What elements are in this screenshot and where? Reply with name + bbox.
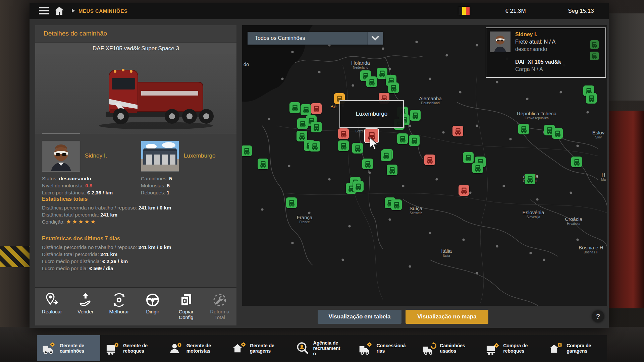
help-button[interactable]: ?: [592, 310, 604, 322]
truck-marker-red[interactable]: [424, 155, 435, 165]
driver-photo[interactable]: [42, 141, 80, 172]
melhorar-button[interactable]: Melhorar: [104, 291, 135, 314]
truck-marker-green[interactable]: [518, 124, 529, 134]
action-label: Vender: [70, 309, 101, 314]
truck-marker-green[interactable]: [571, 157, 582, 167]
map-label: Bé: [330, 104, 336, 109]
nav-driver-manager[interactable]: Gerente de motoristas: [164, 335, 227, 361]
truck-marker-green[interactable]: [366, 76, 377, 87]
truck-marker-green[interactable]: [286, 197, 297, 208]
nav-dealership[interactable]: Concessioná rias: [354, 335, 417, 361]
breadcrumb[interactable]: MEUS CAMINHÕES: [78, 8, 127, 14]
parked-truck-silhouette: [608, 111, 644, 308]
garage-pillar: [0, 0, 30, 362]
action-label: Realocar: [37, 309, 67, 314]
stat-row: Distância percorrida no trabalho / repou…: [42, 244, 230, 251]
map-view-button[interactable]: Visualização no mapa: [406, 310, 488, 324]
truck-marker-green[interactable]: [301, 104, 311, 115]
truck-marker-green[interactable]: [410, 110, 421, 121]
truck-marker-red[interactable]: [311, 103, 322, 114]
truck-manager-icon: [42, 341, 56, 356]
nav-label: Gerente de garagens: [250, 343, 274, 354]
home-icon[interactable]: [55, 6, 64, 15]
garage-photo[interactable]: [141, 141, 179, 172]
garage-name[interactable]: Luxemburgo: [184, 153, 216, 159]
nav-label: Agência de recrutament o: [313, 340, 340, 356]
nav-recruitment-agency[interactable]: Agência de recrutament o: [290, 335, 354, 361]
truck-marker-green[interactable]: [391, 199, 402, 210]
truck-marker-green[interactable]: [362, 159, 373, 169]
truck-marker-green[interactable]: [297, 118, 308, 129]
nav-label: Caminhões usados: [440, 343, 465, 354]
map-label: CroáciaHrvatska: [565, 216, 582, 226]
nav-truck-manager[interactable]: Gerente de caminhões: [37, 335, 100, 361]
nav-trailer-purchase[interactable]: Compra de reboques: [480, 335, 544, 361]
copy-config-icon: [171, 291, 202, 309]
truck-marker-green[interactable]: [388, 82, 399, 93]
truck-marker-red[interactable]: [338, 128, 349, 139]
dealership-icon: [358, 341, 373, 356]
nav-label: Gerente de caminhões: [60, 343, 84, 354]
mouse-cursor: [369, 137, 380, 152]
reforma-total-button[interactable]: Reforma Total: [204, 291, 235, 320]
truck-action-bar: RealocarVenderMelhorarDirigirCopiar Conf…: [35, 287, 236, 325]
map-label: SuíçaSchweiz: [410, 205, 422, 215]
truck-marker-red[interactable]: [459, 185, 469, 196]
table-view-button[interactable]: Visualização em tabela: [318, 310, 401, 324]
nav-trailer-manager[interactable]: Gerente de reboques: [100, 335, 164, 361]
realocar-button[interactable]: Realocar: [37, 291, 67, 314]
truck-marker-green[interactable]: [552, 128, 563, 139]
card-truck-name: DAF XF105 vad&k: [515, 59, 561, 65]
copiar-config-button[interactable]: Copiar Config: [171, 291, 202, 320]
driver-name[interactable]: Sidney I.: [85, 153, 107, 159]
stat-row: Lucro médio por distância: € 2,36 / km: [42, 258, 230, 265]
truck-marker-green[interactable]: [242, 145, 252, 156]
map-label: EslovêniaSlovenija: [522, 209, 544, 219]
map-label: HMa: [601, 172, 606, 181]
fleet-map[interactable]: HolandaNederlandAlemanhaDeutschlandRepúb…: [242, 25, 607, 306]
truck-marker-green[interactable]: [397, 133, 408, 144]
truck-details-panel: Detalhes do caminhão DAF XF105 vad&k Sup…: [35, 25, 236, 325]
stat-row: Caminhões: 5: [141, 175, 235, 182]
menu-icon[interactable]: [39, 7, 49, 15]
stats-total-title: Estatísticas totais: [42, 196, 230, 202]
garage-shelf: [608, 13, 644, 101]
stat-row: Distância total percorrida: 241 km: [42, 251, 230, 258]
action-label: Reforma Total: [204, 309, 235, 320]
driver-info-card[interactable]: Sidney I. Frete atual: N / A descansando…: [486, 27, 606, 78]
nav-garage-purchase[interactable]: Compra de garagens: [544, 335, 607, 361]
truck-marker-green[interactable]: [338, 140, 349, 151]
panel-header: Detalhes do caminhão: [35, 25, 236, 43]
steering-wheel-icon: [137, 291, 168, 309]
truck-marker-green[interactable]: [409, 135, 420, 146]
truck-marker-green[interactable]: [381, 150, 391, 161]
truck-marker-green[interactable]: [258, 159, 268, 169]
truck-marker-green[interactable]: [352, 143, 363, 154]
nav-label: Compra de reboques: [503, 343, 528, 354]
action-label: Dirigir: [137, 309, 168, 314]
vender-button[interactable]: Vender: [70, 291, 101, 314]
truck-marker-green[interactable]: [586, 93, 597, 104]
stat-row: Lucro médio por dia: € 569 / dia: [42, 265, 230, 272]
truck-marker-green[interactable]: [309, 141, 320, 152]
stats-week-rows: Distância percorrida no trabalho / repou…: [42, 244, 230, 272]
nav-used-trucks[interactable]: Caminhões usados: [417, 335, 480, 361]
truck-marker-green[interactable]: [353, 181, 364, 192]
garage-stats: Caminhões: 5Motoristas: 5Reboques: 1: [141, 175, 235, 196]
truck-marker-green[interactable]: [472, 163, 483, 173]
dirigir-button[interactable]: Dirigir: [137, 291, 168, 314]
truck-filter-dropdown[interactable]: Todos os Caminhões: [248, 32, 383, 45]
garage-manager-icon: [232, 341, 247, 356]
truck-marker-green[interactable]: [525, 174, 535, 184]
card-status: descansando: [515, 46, 547, 52]
truck-marker-green[interactable]: [387, 165, 397, 175]
truck-marker-red[interactable]: [452, 126, 463, 136]
nav-garage-manager[interactable]: Gerente de garagens: [227, 335, 290, 361]
truck-marker-green[interactable]: [289, 102, 300, 113]
truck-marker-green[interactable]: [463, 152, 474, 163]
recruitment-agency-icon: [295, 341, 310, 356]
driver-stats: Status: descansandoNível do motorista: 0…: [42, 175, 136, 196]
nav-label: Concessioná rias: [376, 343, 406, 354]
chevron-down-icon[interactable]: [367, 32, 383, 45]
truck-marker-green[interactable]: [311, 122, 322, 132]
